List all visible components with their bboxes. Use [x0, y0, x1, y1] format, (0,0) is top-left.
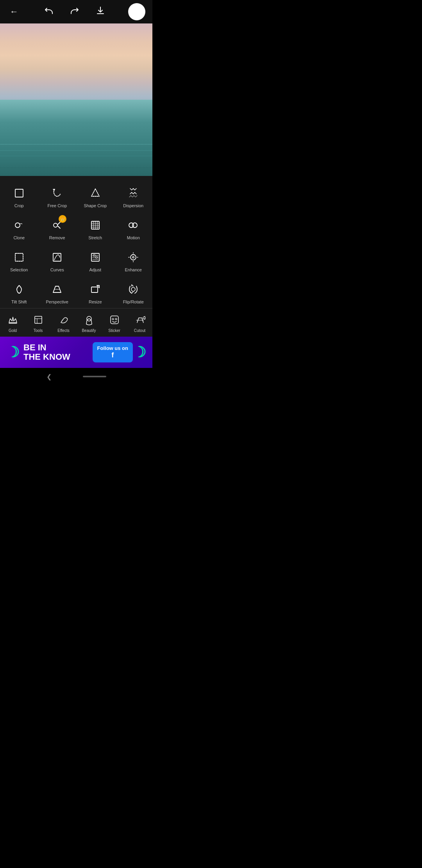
enhance-label: Enhance [125, 267, 142, 272]
tools-label: Tools [34, 328, 43, 333]
remove-label: Remove [49, 235, 65, 240]
beautify-label: Beautify [82, 328, 96, 333]
effects-icon [57, 313, 70, 326]
dispersion-tool[interactable]: Dispersion [114, 180, 153, 212]
effects-label: Effects [57, 328, 69, 333]
resize-label: Resize [89, 299, 102, 304]
svg-point-25 [132, 256, 134, 258]
adjust-icon [88, 249, 103, 265]
svg-rect-12 [15, 253, 23, 261]
selection-tool[interactable]: Selection [0, 244, 38, 276]
adjust-tool[interactable]: Adjust [76, 244, 114, 276]
svg-rect-29 [91, 287, 98, 292]
flip-rotate-tool[interactable]: Flip/Rotate [114, 276, 153, 308]
crop-label: Crop [14, 203, 24, 208]
bottom-bar: Gold Tools Effects Beautif [0, 308, 152, 337]
nav-bar: ❮ [0, 368, 152, 385]
selection-label: Selection [10, 267, 28, 272]
cutout-tab[interactable]: Cutout [127, 308, 152, 337]
crown-icon [6, 313, 20, 326]
enhance-tool[interactable]: Enhance [114, 244, 153, 276]
gold-tab[interactable]: Gold [0, 308, 25, 337]
redo-button[interactable] [68, 6, 82, 18]
premium-badge: 👑 [59, 215, 66, 223]
beautify-tab[interactable]: Beautify [76, 308, 102, 337]
tools-row-3: Selection Curves [0, 244, 152, 276]
tools-row-4: Tilt Shift Perspective [0, 276, 152, 308]
dispersion-label: Dispersion [123, 203, 143, 208]
svg-point-11 [132, 223, 137, 228]
adjust-label: Adjust [89, 267, 101, 272]
curves-tool[interactable]: Curves [38, 244, 77, 276]
nav-back-button[interactable]: ❮ [46, 373, 52, 380]
tools-row-1: Crop Free Crop Shape Crop [0, 180, 152, 212]
dispersion-icon [125, 185, 141, 201]
sticker-icon [108, 313, 121, 326]
free-crop-icon [49, 185, 65, 201]
clone-label: Clone [13, 235, 25, 240]
svg-point-35 [112, 318, 114, 320]
sticker-label: Sticker [108, 328, 120, 333]
svg-point-36 [115, 318, 117, 320]
shape-crop-tool[interactable]: Shape Crop [76, 180, 114, 212]
free-crop-tool[interactable]: Free Crop [38, 180, 77, 212]
tilt-shift-tool[interactable]: Tilt Shift [0, 276, 38, 308]
back-button[interactable]: ← [7, 7, 21, 17]
enhance-icon [125, 249, 141, 265]
shape-crop-icon [88, 185, 103, 201]
resize-tool[interactable]: Resize [76, 276, 114, 308]
crop-icon [11, 185, 27, 201]
cutout-label: Cutout [134, 328, 145, 333]
motion-tool[interactable]: Motion [114, 212, 153, 244]
flip-rotate-label: Flip/Rotate [123, 299, 144, 304]
svg-rect-34 [111, 316, 118, 324]
svg-rect-0 [15, 189, 23, 197]
stretch-tool[interactable]: Stretch [76, 212, 114, 244]
top-bar: ← [0, 0, 152, 23]
image-preview [0, 23, 152, 176]
tools-panel: Crop Free Crop Shape Crop [0, 176, 152, 308]
remove-tool[interactable]: 👑 Remove [38, 212, 77, 244]
tools-row-2: Clone 👑 Remove [0, 212, 152, 244]
perspective-icon [49, 282, 65, 297]
sticker-tab[interactable]: Sticker [102, 308, 127, 337]
crop-tool[interactable]: Crop [0, 180, 38, 212]
cutout-icon [133, 313, 147, 326]
ad-text: BE INTHE KNOW [23, 343, 89, 362]
resize-icon [88, 282, 103, 297]
tilt-shift-label: Tilt Shift [11, 299, 27, 304]
tools-icon [32, 313, 45, 326]
undo-button[interactable] [42, 6, 56, 18]
stretch-label: Stretch [88, 235, 102, 240]
svg-point-1 [15, 223, 20, 228]
curves-icon [49, 249, 65, 265]
stretch-icon [88, 217, 103, 233]
flip-rotate-icon [125, 282, 141, 297]
effects-tab[interactable]: Effects [51, 308, 76, 337]
clone-tool[interactable]: Clone [0, 212, 38, 244]
motion-icon [125, 217, 141, 233]
ad-follow-button[interactable]: Follow us on f [93, 342, 133, 362]
nav-home-pill[interactable] [83, 376, 106, 377]
motion-label: Motion [127, 235, 140, 240]
tilt-shift-icon [11, 282, 27, 297]
svg-point-30 [131, 287, 135, 291]
svg-point-20 [131, 255, 136, 260]
download-button[interactable] [93, 6, 107, 18]
perspective-tool[interactable]: Perspective [38, 276, 77, 308]
shape-crop-label: Shape Crop [84, 203, 107, 208]
gold-label: Gold [9, 328, 17, 333]
curves-label: Curves [50, 267, 64, 272]
clone-icon [11, 217, 27, 233]
svg-point-2 [54, 223, 57, 227]
tools-tab[interactable]: Tools [25, 308, 51, 337]
ad-banner[interactable]: ☽ BE INTHE KNOW Follow us on f ☽ [0, 337, 152, 368]
perspective-label: Perspective [46, 299, 68, 304]
svg-rect-19 [96, 256, 97, 258]
next-button[interactable] [128, 3, 145, 20]
free-crop-label: Free Crop [47, 203, 67, 208]
beautify-icon [82, 313, 96, 326]
edit-controls [42, 6, 107, 18]
selection-icon [11, 249, 27, 265]
svg-rect-18 [93, 255, 95, 256]
